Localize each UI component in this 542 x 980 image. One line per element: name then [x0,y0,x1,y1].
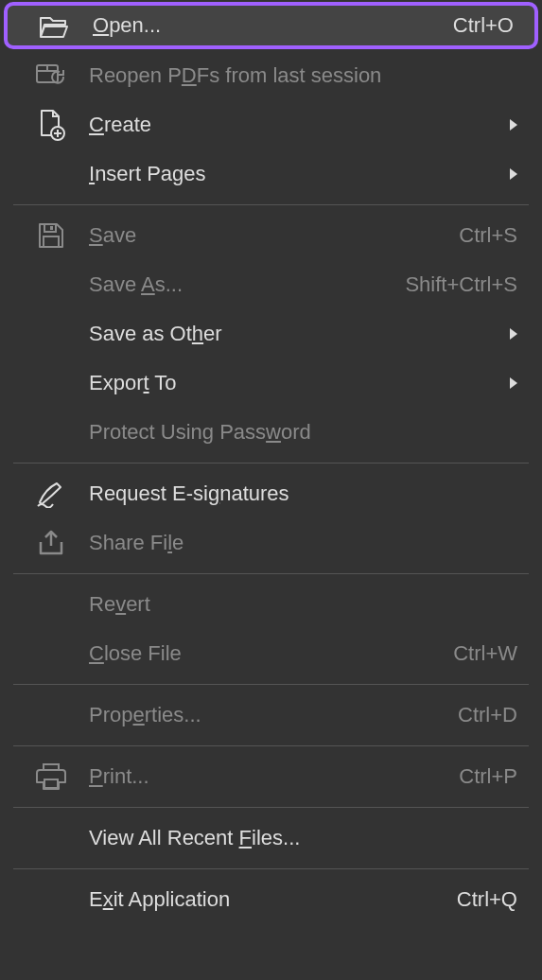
menu-item-export-to[interactable]: Export To [0,359,542,408]
svg-rect-8 [44,236,59,247]
menu-item-label: Save [89,223,447,248]
menu-item-exit[interactable]: Exit Application Ctrl+Q [0,875,542,924]
chevron-right-icon [500,377,517,389]
menu-item-close-file[interactable]: Close File Ctrl+W [0,629,542,678]
menu-separator [13,868,529,869]
menu-item-share-file[interactable]: Share File [0,518,542,568]
menu-separator [13,573,529,574]
menu-item-label: Save As... [89,272,393,297]
menu-separator [13,684,529,685]
menu-item-view-recent[interactable]: View All Recent Files... [0,814,542,863]
menu-item-label: Revert [89,592,517,617]
menu-item-print[interactable]: Print... Ctrl+P [0,752,542,801]
menu-separator [13,204,529,205]
menu-item-label: Save as Other [89,322,500,346]
menu-item-shortcut: Ctrl+O [442,13,514,38]
svg-rect-11 [44,779,58,788]
chevron-right-icon [500,119,517,131]
pen-sign-icon [13,480,89,508]
svg-rect-7 [50,226,53,230]
menu-item-insert-pages[interactable]: Insert Pages [0,149,542,199]
menu-item-save-as-other[interactable]: Save as Other [0,309,542,359]
menu-item-shortcut: Ctrl+W [442,641,517,666]
chevron-right-icon [500,328,517,340]
share-icon [13,529,89,557]
menu-item-shortcut: Ctrl+S [447,223,517,248]
menu-item-revert[interactable]: Revert [0,580,542,629]
menu-item-protect-password[interactable]: Protect Using Password [0,408,542,457]
menu-item-shortcut: Ctrl+Q [446,887,517,912]
reopen-icon [13,61,89,90]
menu-item-save[interactable]: Save Ctrl+S [0,211,542,260]
menu-item-label: Reopen PDFs from last session [89,63,517,88]
menu-item-label: Close File [89,641,442,666]
menu-separator [13,807,529,808]
menu-item-label: Share File [89,531,517,555]
save-icon [13,221,89,250]
menu-item-properties[interactable]: Properties... Ctrl+D [0,691,542,740]
menu-item-label: Export To [89,371,500,395]
menu-item-label: Insert Pages [89,162,500,186]
menu-item-label: Request E-signatures [89,481,517,506]
folder-open-icon [17,12,93,39]
file-menu: Open... Ctrl+O Reopen PDFs from last ses… [0,0,542,924]
menu-item-shortcut: Shift+Ctrl+S [393,272,517,297]
menu-item-label: Create [89,113,500,137]
create-file-icon [13,109,89,141]
menu-separator [13,745,529,746]
menu-item-request-signatures[interactable]: Request E-signatures [0,469,542,518]
menu-item-shortcut: Ctrl+P [447,764,517,789]
menu-item-label: Open... [93,13,442,38]
menu-item-label: Protect Using Password [89,420,517,445]
menu-item-reopen-pdfs[interactable]: Reopen PDFs from last session [0,51,542,100]
print-icon [13,762,89,791]
chevron-right-icon [500,168,517,180]
menu-item-open[interactable]: Open... Ctrl+O [4,2,538,49]
menu-separator [13,463,529,464]
menu-item-save-as[interactable]: Save As... Shift+Ctrl+S [0,260,542,309]
menu-item-create[interactable]: Create [0,100,542,149]
menu-item-label: Exit Application [89,887,446,912]
menu-item-label: Properties... [89,703,446,727]
menu-item-shortcut: Ctrl+D [446,703,517,727]
menu-item-label: View All Recent Files... [89,826,517,850]
menu-item-label: Print... [89,764,447,789]
